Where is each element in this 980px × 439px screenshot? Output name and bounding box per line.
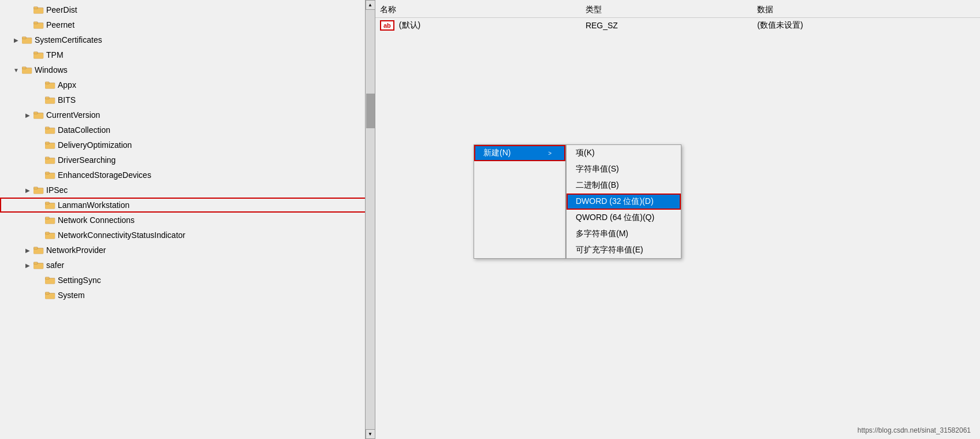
expand-icon-currentversion[interactable]: ▶ xyxy=(23,110,32,120)
ab-badge: ab xyxy=(380,20,394,31)
svg-rect-29 xyxy=(45,142,49,144)
tree-scrollbar[interactable]: ▲ ▼ xyxy=(365,0,375,439)
tree-item-networkprovider[interactable]: ▶ NetworkProvider xyxy=(0,243,375,258)
svg-rect-25 xyxy=(45,129,55,133)
expand-placeholder-driversearching xyxy=(35,155,44,165)
expand-placeholder-system xyxy=(35,291,44,300)
expand-placeholder-networkconn2 xyxy=(35,230,44,240)
expand-icon-ipsec[interactable]: ▶ xyxy=(23,185,32,195)
context-menu-new[interactable]: 新建(N) > xyxy=(474,145,565,161)
tree-item-systemcerts[interactable]: ▶ SystemCertificates xyxy=(0,32,375,47)
tree-label-currentversion: CurrentVersion xyxy=(46,110,100,120)
registry-tree-panel: PeerDist Peernet▶ SystemCertificates TPM… xyxy=(0,0,375,439)
svg-rect-19 xyxy=(45,99,55,103)
submenu-item-multistring[interactable]: 多字符串值(M) xyxy=(567,226,681,242)
submenu-item-xiang[interactable]: 项(K) xyxy=(567,145,681,161)
context-menu-main: 新建(N) > xyxy=(474,144,566,259)
folder-icon-system xyxy=(45,291,55,300)
tree-item-deliveryoptimization[interactable]: DeliveryOptimization xyxy=(0,137,375,152)
expand-icon-networkprovider[interactable]: ▶ xyxy=(23,245,32,255)
svg-rect-11 xyxy=(33,52,38,54)
folder-icon-bits xyxy=(45,95,55,105)
svg-rect-43 xyxy=(45,219,55,224)
svg-rect-2 xyxy=(33,7,38,9)
svg-rect-38 xyxy=(33,187,38,189)
folder-icon-tpm xyxy=(33,50,44,59)
expand-placeholder-networkconn xyxy=(35,215,44,225)
tree-label-enhancedstorage: EnhancedStorageDevices xyxy=(58,170,151,180)
scroll-down-arrow[interactable]: ▼ xyxy=(366,429,375,439)
tree-label-lanman: LanmanWorkstation xyxy=(58,200,129,210)
folder-icon-deliveryoptimization xyxy=(45,140,55,150)
tree-item-ipsec[interactable]: ▶ IPSec xyxy=(0,183,375,198)
tree-item-datacollection[interactable]: DataCollection xyxy=(0,122,375,137)
submenu-item-string[interactable]: 字符串值(S) xyxy=(567,161,681,177)
tree-item-currentversion[interactable]: ▶ CurrentVersion xyxy=(0,107,375,122)
scroll-track[interactable] xyxy=(366,10,375,429)
folder-icon-windows xyxy=(22,65,32,75)
svg-rect-56 xyxy=(45,277,49,280)
tree-item-peerdist[interactable]: PeerDist xyxy=(0,2,375,17)
submenu-item-qword[interactable]: QWORD (64 位值)(Q) xyxy=(567,210,681,226)
expand-icon-safer[interactable]: ▶ xyxy=(23,261,32,270)
folder-icon-lanman xyxy=(45,200,55,210)
tree-container: PeerDist Peernet▶ SystemCertificates TPM… xyxy=(0,0,375,305)
tree-item-settingsync[interactable]: SettingSync xyxy=(0,273,375,288)
svg-rect-59 xyxy=(45,292,49,295)
folder-icon-ipsec xyxy=(33,185,44,195)
svg-rect-7 xyxy=(22,39,32,43)
tree-item-appx[interactable]: Appx xyxy=(0,77,375,92)
expand-placeholder-bits xyxy=(35,95,44,105)
svg-rect-4 xyxy=(33,24,43,28)
tree-label-peernet: Peernet xyxy=(46,20,74,29)
folder-icon-appx xyxy=(45,80,55,90)
svg-rect-55 xyxy=(45,279,55,284)
footer-link: https://blog.csdn.net/sinat_31582061 xyxy=(858,426,971,434)
svg-rect-32 xyxy=(45,157,49,159)
tree-item-peernet[interactable]: Peernet xyxy=(0,17,375,32)
submenu-item-expandstring[interactable]: 可扩充字符串值(E) xyxy=(567,242,681,258)
svg-rect-49 xyxy=(33,249,43,254)
submenu-arrow: > xyxy=(548,150,552,157)
tree-item-networkconn[interactable]: Network Connections xyxy=(0,213,375,228)
tree-item-driversearching[interactable]: DriverSearching xyxy=(0,152,375,168)
tree-item-system[interactable]: System xyxy=(0,288,375,303)
expand-icon-systemcerts[interactable]: ▶ xyxy=(12,35,21,44)
expand-placeholder-datacollection xyxy=(35,125,44,135)
svg-rect-44 xyxy=(45,217,49,220)
tree-item-tpm[interactable]: TPM xyxy=(0,47,375,62)
submenu-item-binary[interactable]: 二进制值(B) xyxy=(567,177,681,194)
svg-rect-1 xyxy=(33,9,43,13)
svg-rect-28 xyxy=(45,144,55,148)
tree-item-safer[interactable]: ▶ safer xyxy=(0,258,375,273)
expand-icon-windows[interactable]: ▼ xyxy=(12,65,21,75)
tree-item-bits[interactable]: BITS xyxy=(0,92,375,107)
scroll-thumb[interactable] xyxy=(366,94,375,128)
tree-item-enhancedstorage[interactable]: EnhancedStorageDevices xyxy=(0,168,375,183)
expand-placeholder-deliveryoptimization xyxy=(35,140,44,150)
folder-icon-networkconn2 xyxy=(45,230,55,240)
value-row[interactable]: ab (默认) REG_SZ(数值未设置) xyxy=(375,18,980,34)
tree-label-settingsync: SettingSync xyxy=(58,276,101,285)
col-name-header: 名称 xyxy=(375,2,581,18)
tree-item-networkconn2[interactable]: NetworkConnectivityStatusIndicator xyxy=(0,228,375,243)
tree-label-networkprovider: NetworkProvider xyxy=(46,245,106,255)
tree-item-lanman[interactable]: LanmanWorkstation xyxy=(0,198,375,213)
svg-rect-50 xyxy=(33,247,38,250)
folder-icon-peernet xyxy=(33,20,44,29)
value-data-cell: (数值未设置) xyxy=(752,18,980,34)
tree-item-windows[interactable]: ▼ Windows xyxy=(0,62,375,77)
expand-placeholder-tpm xyxy=(23,50,32,59)
tree-label-bits: BITS xyxy=(58,95,76,105)
svg-rect-20 xyxy=(45,97,49,99)
svg-rect-53 xyxy=(33,262,38,265)
scroll-up-arrow[interactable]: ▲ xyxy=(366,0,375,10)
svg-rect-26 xyxy=(45,127,49,129)
svg-rect-52 xyxy=(33,264,43,269)
svg-rect-34 xyxy=(45,174,55,178)
svg-rect-35 xyxy=(45,172,49,174)
col-data-header: 数据 xyxy=(752,2,980,18)
svg-rect-23 xyxy=(33,112,38,114)
submenu-item-dword[interactable]: DWORD (32 位值)(D) xyxy=(567,194,681,210)
svg-rect-13 xyxy=(22,69,32,73)
